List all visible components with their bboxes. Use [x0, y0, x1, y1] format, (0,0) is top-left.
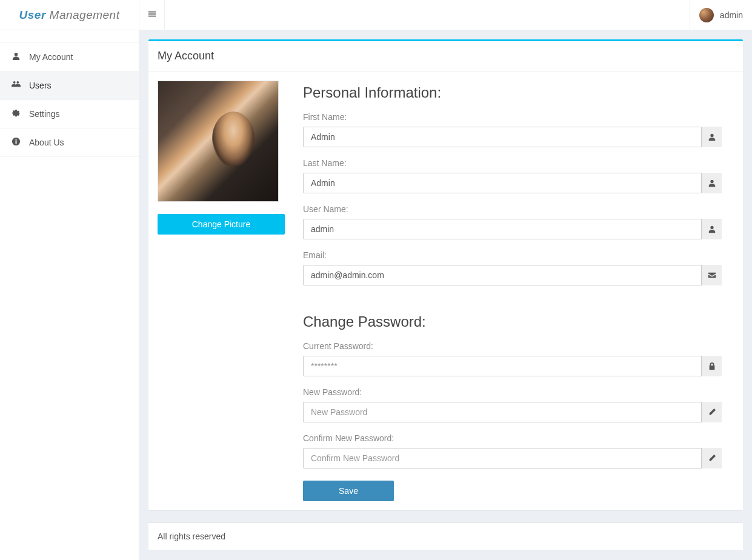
- gear-icon: [11, 108, 21, 119]
- personal-info-heading: Personal Information:: [303, 84, 722, 101]
- footer-text: All rights reserved: [158, 532, 225, 541]
- main-content: My Account Change Picture Personal Infor…: [139, 30, 752, 560]
- new-password-input[interactable]: [303, 402, 722, 422]
- logo-user: User: [19, 8, 46, 21]
- pencil-icon: [701, 402, 722, 422]
- logo-management: Management: [50, 8, 120, 21]
- sidebar-item-label: My Account: [29, 52, 73, 62]
- save-button[interactable]: Save: [303, 481, 394, 501]
- top-header: User Management admin: [0, 0, 752, 30]
- sidebar-item-about[interactable]: About Us: [0, 128, 139, 157]
- sidebar-item-my-account[interactable]: My Account: [0, 42, 139, 72]
- first-name-input[interactable]: [303, 127, 722, 147]
- current-password-label: Current Password:: [303, 341, 722, 351]
- header-spacer: [165, 0, 690, 30]
- new-password-label: New Password:: [303, 387, 722, 397]
- lock-icon: [701, 356, 722, 376]
- sidebar-item-label: Users: [29, 81, 52, 90]
- change-password-heading: Change Password:: [303, 313, 722, 330]
- confirm-password-input[interactable]: [303, 448, 722, 468]
- footer: All rights reserved: [148, 522, 743, 550]
- hamburger-icon: [148, 10, 156, 20]
- last-name-input[interactable]: [303, 173, 722, 193]
- logo[interactable]: User Management: [0, 0, 139, 30]
- email-label: Email:: [303, 250, 722, 260]
- sidebar-item-label: About Us: [29, 138, 64, 147]
- my-account-panel: My Account Change Picture Personal Infor…: [148, 39, 743, 510]
- envelope-icon: [701, 265, 722, 285]
- confirm-password-label: Confirm New Password:: [303, 433, 722, 443]
- username-label: admin: [720, 10, 743, 20]
- info-icon: [11, 137, 21, 148]
- sidebar: My Account Users Settings About Us: [0, 30, 139, 560]
- sidebar-item-settings[interactable]: Settings: [0, 100, 139, 128]
- sidebar-item-users[interactable]: Users: [0, 72, 139, 100]
- last-name-label: Last Name:: [303, 158, 722, 168]
- user-name-input[interactable]: [303, 219, 722, 239]
- user-icon: [701, 173, 722, 193]
- sidebar-toggle-button[interactable]: [139, 0, 165, 30]
- pencil-icon: [701, 448, 722, 468]
- user-icon: [701, 127, 722, 147]
- profile-picture: [158, 81, 279, 202]
- users-icon: [11, 80, 21, 91]
- user-name-label: User Name:: [303, 204, 722, 214]
- user-icon: [11, 52, 21, 62]
- current-password-input[interactable]: [303, 356, 722, 376]
- user-menu[interactable]: admin: [690, 0, 752, 30]
- page-title: My Account: [148, 41, 743, 72]
- email-input[interactable]: [303, 265, 722, 285]
- avatar-icon: [699, 8, 714, 22]
- sidebar-item-label: Settings: [29, 109, 60, 119]
- change-picture-button[interactable]: Change Picture: [158, 214, 285, 235]
- user-icon: [701, 219, 722, 239]
- first-name-label: First Name:: [303, 112, 722, 122]
